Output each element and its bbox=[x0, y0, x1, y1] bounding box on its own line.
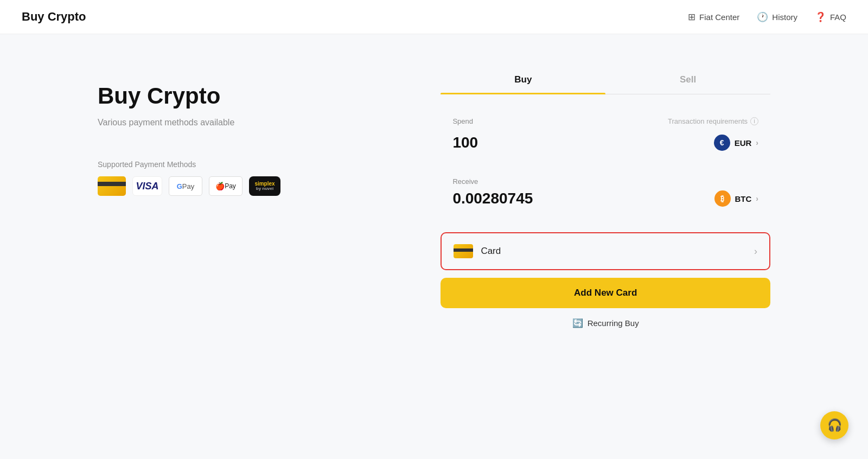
btc-icon: ₿ bbox=[714, 190, 731, 207]
fiat-center-nav[interactable]: ⊞ Fiat Center bbox=[688, 11, 739, 23]
card-selector[interactable]: Card › bbox=[441, 232, 770, 270]
recurring-icon: 🔄 bbox=[572, 318, 583, 328]
fiat-center-label: Fiat Center bbox=[699, 12, 739, 22]
applepay-payment-icon: 🍎 Pay bbox=[209, 176, 242, 196]
spend-label: Spend bbox=[452, 117, 473, 125]
payment-methods-label: Supported Payment Methods bbox=[98, 160, 397, 169]
tabs: Buy Sell bbox=[441, 67, 770, 94]
tab-sell[interactable]: Sell bbox=[605, 67, 770, 94]
add-new-card-button[interactable]: Add New Card bbox=[441, 278, 770, 308]
eur-icon: € bbox=[714, 135, 730, 151]
card-left: Card bbox=[454, 244, 501, 258]
tab-buy[interactable]: Buy bbox=[441, 67, 605, 94]
page-title: Buy Crypto bbox=[22, 10, 86, 24]
recurring-buy-label: Recurring Buy bbox=[588, 318, 639, 328]
spend-currency-selector[interactable]: € EUR › bbox=[714, 135, 758, 151]
receive-currency-chevron: › bbox=[756, 194, 758, 203]
spend-currency-code: EUR bbox=[735, 138, 752, 148]
header-nav: ⊞ Fiat Center 🕐 History ❓ FAQ bbox=[688, 11, 846, 23]
recurring-buy[interactable]: 🔄 Recurring Buy bbox=[441, 318, 770, 328]
history-nav[interactable]: 🕐 History bbox=[757, 11, 797, 23]
spend-currency-chevron: › bbox=[756, 138, 758, 147]
faq-nav[interactable]: ❓ FAQ bbox=[815, 11, 846, 23]
faq-label: FAQ bbox=[830, 12, 846, 22]
card-payment-icon bbox=[98, 176, 126, 196]
receive-currency-code: BTC bbox=[735, 194, 752, 203]
support-button[interactable]: 🎧 bbox=[820, 411, 848, 439]
simplex-payment-icon: simplex by nuvei bbox=[249, 176, 280, 196]
receive-currency-selector[interactable]: ₿ BTC › bbox=[714, 190, 759, 207]
payment-icons: VISA GPay 🍎 Pay simplex by nuvei bbox=[98, 176, 397, 196]
visa-payment-icon: VISA bbox=[132, 176, 162, 196]
faq-icon: ❓ bbox=[815, 11, 826, 23]
fiat-center-icon: ⊞ bbox=[688, 11, 695, 23]
main-content: Buy Crypto Various payment methods avail… bbox=[54, 34, 814, 350]
header: Buy Crypto ⊞ Fiat Center 🕐 History ❓ FAQ bbox=[0, 0, 868, 34]
receive-value[interactable]: 0.00280745 bbox=[452, 190, 533, 207]
right-panel: Buy Sell Spend Transaction requirements … bbox=[441, 67, 770, 328]
receive-box: Receive 0.00280745 ₿ BTC › bbox=[441, 168, 770, 217]
card-chip-icon bbox=[454, 244, 473, 258]
receive-label: Receive bbox=[452, 177, 758, 186]
card-label: Card bbox=[481, 246, 501, 257]
support-icon: 🎧 bbox=[827, 418, 842, 432]
transaction-requirements: Transaction requirements i bbox=[668, 117, 758, 125]
history-label: History bbox=[772, 12, 797, 22]
spend-box: Spend Transaction requirements i 100 € E… bbox=[441, 107, 770, 161]
left-panel: Buy Crypto Various payment methods avail… bbox=[98, 67, 397, 328]
main-subtitle: Various payment methods available bbox=[98, 118, 397, 127]
spend-value[interactable]: 100 bbox=[452, 134, 478, 151]
history-icon: 🕐 bbox=[757, 11, 768, 23]
info-icon[interactable]: i bbox=[750, 117, 758, 125]
gpay-payment-icon: GPay bbox=[169, 176, 202, 196]
card-chevron: › bbox=[754, 246, 757, 257]
main-heading: Buy Crypto bbox=[98, 83, 397, 109]
